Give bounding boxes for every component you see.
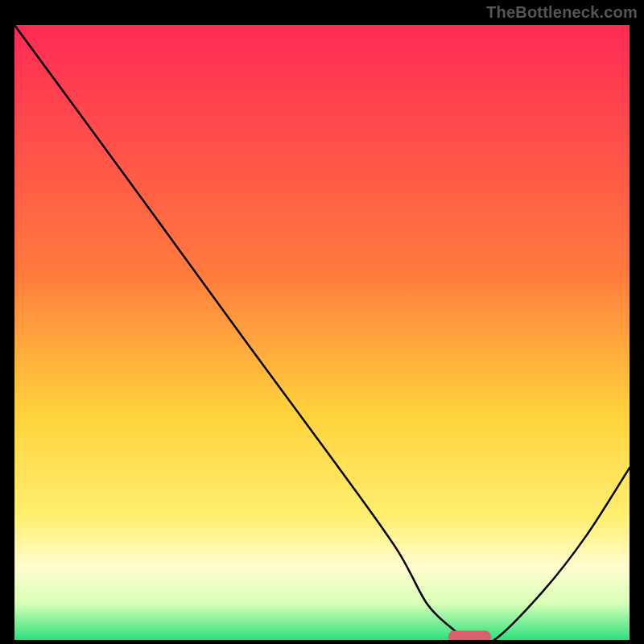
chart-svg	[14, 25, 630, 640]
gradient-background	[14, 25, 630, 640]
watermark-text: TheBottleneck.com	[486, 3, 638, 22]
optimal-marker	[448, 631, 491, 640]
chart-root: TheBottleneck.com	[0, 0, 644, 644]
plot-area	[14, 25, 630, 640]
